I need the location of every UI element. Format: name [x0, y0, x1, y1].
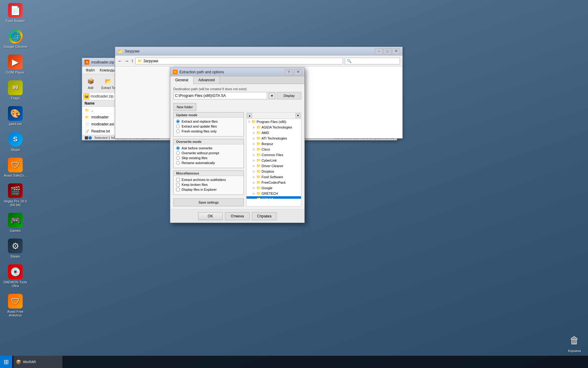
- tree-item-foxit-software[interactable]: ▷ 📁 Foxit Software: [247, 174, 301, 180]
- steam-icon: ⚙: [8, 239, 23, 253]
- tree-item-bonjour[interactable]: ▷ 📁 Bonjour: [247, 141, 301, 147]
- tree-expand-icon[interactable]: ▷: [252, 148, 256, 151]
- tree-item-ageia[interactable]: ▷ 📁 AGEIA Technologies: [247, 125, 301, 130]
- desktop-icon-fraps[interactable]: 99 Fraps: [3, 80, 28, 100]
- fresh-only-option[interactable]: Fresh existing files only: [176, 129, 241, 133]
- extraction-dialog-titlebar: R Extraction path and options ? ✕: [170, 68, 304, 76]
- taskbar-winrar-item[interactable]: 📦 WinRAR: [13, 356, 62, 368]
- extract-subfolders-checkbox[interactable]: [176, 178, 180, 182]
- explorer-minimize-button[interactable]: −: [375, 48, 383, 54]
- tree-expand-icon[interactable]: ▷: [252, 153, 256, 157]
- tree-expand-icon[interactable]: ▷: [252, 125, 256, 129]
- extraction-help-button[interactable]: ?: [285, 69, 293, 75]
- toolbar-add-button[interactable]: 📦 Add: [83, 75, 98, 91]
- fresh-only-radio[interactable]: [176, 129, 180, 133]
- new-folder-button[interactable]: New folder: [173, 103, 196, 111]
- tree-item-common-files[interactable]: ▷ 📁 Common Files: [247, 152, 301, 158]
- tree-nav-down[interactable]: ▼: [296, 113, 300, 118]
- extract-replace-radio[interactable]: [176, 120, 180, 123]
- explorer-close-button[interactable]: ✕: [392, 48, 400, 54]
- tree-expand-icon[interactable]: ▷: [252, 181, 256, 184]
- display-explorer-checkbox[interactable]: [176, 188, 180, 191]
- explorer-maximize-button[interactable]: □: [383, 48, 391, 54]
- display-explorer-option[interactable]: Display files in Explorer: [176, 188, 241, 191]
- rename-auto-radio[interactable]: [176, 161, 180, 165]
- desktop-icon-skype[interactable]: S Skype: [3, 132, 28, 151]
- rename-auto-option[interactable]: Rename automatically: [176, 161, 241, 165]
- extract-update-radio[interactable]: [176, 125, 180, 128]
- tab-general[interactable]: General: [170, 76, 194, 84]
- tree-item-google[interactable]: ▷ 📁 Google: [247, 185, 301, 191]
- folder-icon: 📁: [256, 136, 261, 140]
- skip-existing-radio[interactable]: [176, 156, 180, 160]
- desktop-icon-vegas[interactable]: 🎬 Vegas Pro 18.0 (64-bit): [3, 183, 28, 207]
- extraction-close-button[interactable]: ✕: [294, 69, 302, 75]
- desktop-icon-steam[interactable]: ⚙ Steam: [3, 239, 28, 258]
- desktop-icon-foxit-reader[interactable]: 📄 Foxit Reader: [3, 3, 28, 23]
- desktop-icon-daemon[interactable]: 💿 DAEMON Tools Ultra: [3, 264, 28, 288]
- ask-before-radio[interactable]: [176, 146, 180, 150]
- explorer-address-bar[interactable]: 📁 Загрузки: [135, 58, 343, 64]
- tree-item-gretech[interactable]: ▷ 📁 GRETECH: [247, 191, 301, 196]
- tree-item-freecodecpack[interactable]: ▷ 📁 FreeCodecPack: [247, 180, 301, 185]
- keep-broken-option[interactable]: Keep broken files: [176, 183, 241, 186]
- search-icon: 🔍: [347, 59, 352, 63]
- trash-icon[interactable]: 🗑 Корзина: [567, 333, 582, 353]
- desktop-icon-paintnet[interactable]: 🎨 paint.net: [3, 106, 28, 126]
- skip-existing-option[interactable]: Skip existing files: [176, 156, 241, 160]
- overwrite-noprompt-radio[interactable]: [176, 151, 180, 155]
- tree-expand-icon[interactable]: ▷: [252, 136, 256, 140]
- help-button[interactable]: Справка: [252, 212, 277, 220]
- explorer-window-controls: − □ ✕: [375, 48, 400, 54]
- tree-expand-icon[interactable]: ▽: [247, 120, 251, 124]
- desktop-icon-gom-player[interactable]: ▶ GOM Player: [3, 55, 28, 74]
- tree-expand-icon[interactable]: ▷: [252, 170, 256, 173]
- extract-replace-option[interactable]: Extract and replace files: [176, 120, 241, 123]
- explorer-forward-button[interactable]: →: [124, 58, 129, 64]
- overwrite-noprompt-option[interactable]: Overwrite without prompt: [176, 151, 241, 155]
- google-chrome-icon: 🌐: [8, 29, 23, 44]
- desktop-icon-avast-free[interactable]: 🛡 Avast Free Antivirus: [3, 294, 28, 317]
- save-settings-button[interactable]: Save settings: [173, 198, 244, 206]
- tree-expand-icon[interactable]: ▷: [252, 197, 256, 199]
- tree-expand-icon[interactable]: ▷: [252, 164, 256, 168]
- tree-expand-icon[interactable]: ▷: [252, 175, 256, 179]
- explorer-search-box[interactable]: 🔍: [345, 58, 400, 64]
- explorer-back-button[interactable]: ←: [118, 58, 123, 64]
- start-button[interactable]: ⊞: [0, 356, 12, 368]
- explorer-up-button[interactable]: ↑: [131, 58, 134, 64]
- tree-expand-icon[interactable]: ▷: [252, 142, 256, 146]
- explorer-path-icon: 📁: [138, 59, 142, 63]
- keep-broken-label: Keep broken files: [182, 183, 208, 186]
- tree-item-cisco[interactable]: ▷ 📁 Cisco: [247, 147, 301, 152]
- tree-item-cyberlink[interactable]: ▷ 📁 CyberLink: [247, 158, 301, 163]
- tree-item-driver-cleaner[interactable]: ▷ 📁 Driver Cleaner: [247, 163, 301, 169]
- display-button[interactable]: Display: [277, 92, 301, 99]
- tree-expand-icon[interactable]: ▷: [252, 131, 256, 135]
- status-icons: ⬛🔵: [85, 136, 92, 140]
- extract-update-option[interactable]: Extract and update files: [176, 125, 241, 128]
- cancel-button[interactable]: Отмена: [225, 212, 250, 220]
- tree-item-dropbox[interactable]: ▷ 📁 Dropbox: [247, 169, 301, 174]
- tree-item-program-files-x86[interactable]: ▽ 📁 Program Files (x86): [247, 119, 301, 125]
- tree-item-amd[interactable]: ▷ 📁 AMD: [247, 130, 301, 136]
- tree-expand-icon[interactable]: ▷: [252, 159, 256, 162]
- ok-button[interactable]: OK: [198, 212, 223, 220]
- desktop-icon-avast[interactable]: 🛡 Avast SafeZo...: [3, 158, 28, 177]
- dest-path-dropdown-button[interactable]: ▼: [268, 92, 276, 99]
- dest-path-input[interactable]: [173, 92, 267, 99]
- tree-item-ati[interactable]: ▷ 📁 ATI Technologies: [247, 136, 301, 141]
- tree-scroll-area[interactable]: ▽ 📁 Program Files (x86) ▷ 📁 AGEIA Techno…: [247, 119, 301, 199]
- tree-expand-icon[interactable]: ▷: [252, 192, 256, 195]
- tree-item-gta-sa[interactable]: ▷ 📁 GTA SA: [247, 196, 301, 199]
- desktop-icon-games[interactable]: 🎮 Games: [3, 213, 28, 232]
- ask-before-option[interactable]: Ask before overwrite: [176, 146, 241, 150]
- tab-advanced[interactable]: Advanced: [194, 76, 220, 84]
- menu-file[interactable]: Файл: [83, 67, 97, 73]
- desktop-icon-google-chrome[interactable]: 🌐 Google Chrome: [3, 29, 28, 48]
- tree-expand-icon[interactable]: ▷: [252, 186, 256, 190]
- add-icon: 📦: [86, 77, 95, 86]
- keep-broken-checkbox[interactable]: [176, 183, 180, 186]
- extract-subfolders-option[interactable]: Extract archives to subfolders: [176, 178, 241, 182]
- tree-nav-up[interactable]: ▲: [247, 113, 252, 118]
